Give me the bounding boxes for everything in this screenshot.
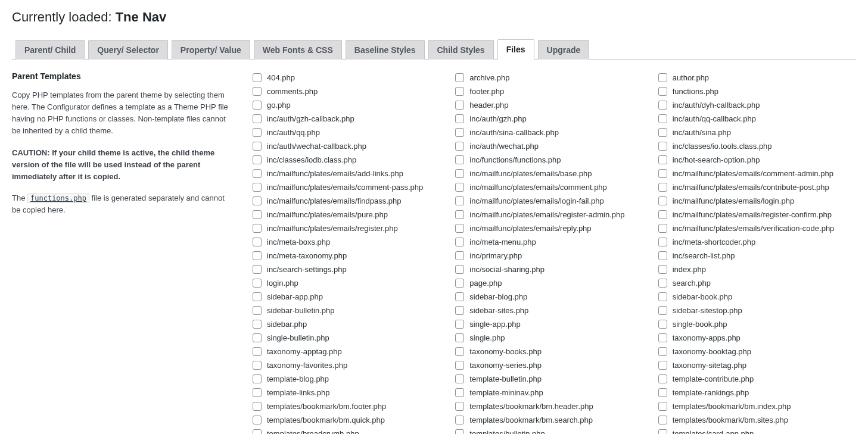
file-checkbox[interactable]	[455, 251, 464, 260]
file-checkbox[interactable]	[658, 279, 667, 288]
file-item[interactable]: taxonomy-series.php	[453, 359, 653, 371]
file-item[interactable]: inc/mailfunc/plates/emails/reply.php	[453, 222, 653, 235]
file-item[interactable]: template-bulletin.php	[453, 373, 653, 385]
file-item[interactable]: inc/auth/sina.php	[656, 126, 856, 139]
file-checkbox[interactable]	[253, 416, 262, 424]
file-checkbox[interactable]	[658, 210, 667, 219]
file-item[interactable]: templates/bookmark/bm.index.php	[656, 400, 856, 413]
file-item[interactable]: author.php	[656, 71, 856, 84]
file-item[interactable]: inc/mailfunc/plates/emails/add-links.php	[250, 167, 450, 180]
file-checkbox[interactable]	[455, 374, 464, 383]
file-checkbox[interactable]	[658, 87, 667, 96]
file-checkbox[interactable]	[455, 306, 464, 315]
file-checkbox[interactable]	[455, 416, 464, 424]
file-item[interactable]: footer.php	[453, 85, 653, 98]
file-checkbox[interactable]	[658, 347, 667, 356]
file-item[interactable]: inc/meta-menu.php	[453, 236, 653, 248]
file-item[interactable]: taxonomy-sitetag.php	[656, 359, 856, 371]
file-checkbox[interactable]	[253, 402, 262, 411]
file-item[interactable]: inc/social-sharing.php	[453, 263, 653, 276]
file-checkbox[interactable]	[253, 388, 262, 397]
file-checkbox[interactable]	[455, 320, 464, 329]
file-item[interactable]: inc/mailfunc/plates/emails/comment.php	[453, 181, 653, 193]
file-checkbox[interactable]	[658, 388, 667, 397]
file-item[interactable]: inc/mailfunc/plates/emails/comment-pass.…	[250, 181, 450, 193]
file-checkbox[interactable]	[455, 402, 464, 411]
file-item[interactable]: sidebar-bulletin.php	[250, 304, 450, 317]
file-item[interactable]: comments.php	[250, 85, 450, 98]
file-item[interactable]: inc/auth/qq.php	[250, 126, 450, 139]
file-item[interactable]: sidebar.php	[250, 318, 450, 330]
file-item[interactable]: inc/functions/functions.php	[453, 154, 653, 166]
file-item[interactable]: single-bulletin.php	[250, 332, 450, 344]
file-checkbox[interactable]	[455, 101, 464, 110]
file-item[interactable]: inc/classes/iodb.class.php	[250, 154, 450, 166]
file-checkbox[interactable]	[253, 306, 262, 315]
file-item[interactable]: inc/meta-shortcoder.php	[656, 236, 856, 248]
tab-upgrade[interactable]: Upgrade	[538, 40, 590, 60]
file-checkbox[interactable]	[253, 142, 262, 151]
tab-baseline-styles[interactable]: Baseline Styles	[346, 40, 425, 60]
file-item[interactable]: inc/auth/sina-callback.php	[453, 126, 653, 139]
file-checkbox[interactable]	[455, 128, 464, 137]
file-item[interactable]: template-mininav.php	[453, 386, 653, 399]
file-item[interactable]: inc/mailfunc/plates/emails/pure.php	[250, 208, 450, 221]
file-checkbox[interactable]	[455, 169, 464, 178]
file-checkbox[interactable]	[253, 128, 262, 137]
file-item[interactable]: inc/mailfunc/plates/emails/register.php	[250, 222, 450, 235]
file-checkbox[interactable]	[455, 224, 464, 233]
file-checkbox[interactable]	[455, 279, 464, 288]
file-item[interactable]: inc/mailfunc/plates/emails/base.php	[453, 167, 653, 180]
file-checkbox[interactable]	[253, 224, 262, 233]
file-checkbox[interactable]	[455, 87, 464, 96]
file-item[interactable]: inc/mailfunc/plates/emails/findpass.php	[250, 195, 450, 207]
tab-child-styles[interactable]: Child Styles	[428, 40, 494, 60]
tab-property-value[interactable]: Property/ Value	[172, 40, 250, 60]
file-item[interactable]: templates/breadcrumb.php	[250, 427, 450, 434]
file-checkbox[interactable]	[253, 73, 262, 82]
tab-query-selector[interactable]: Query/ Selector	[88, 40, 168, 60]
file-item[interactable]: sidebar-book.php	[656, 291, 856, 303]
file-item[interactable]: templates/card-app.php	[656, 427, 856, 434]
file-item[interactable]: inc/primary.php	[453, 249, 653, 262]
file-item[interactable]: header.php	[453, 99, 653, 111]
file-checkbox[interactable]	[658, 224, 667, 233]
file-checkbox[interactable]	[658, 183, 667, 192]
file-item[interactable]: inc/auth/wechat-callback.php	[250, 140, 450, 152]
file-checkbox[interactable]	[455, 361, 464, 370]
file-checkbox[interactable]	[658, 416, 667, 424]
file-checkbox[interactable]	[658, 155, 667, 164]
file-checkbox[interactable]	[253, 292, 262, 301]
file-checkbox[interactable]	[658, 73, 667, 82]
file-item[interactable]: single.php	[453, 332, 653, 344]
file-item[interactable]: 404.php	[250, 71, 450, 84]
file-item[interactable]: inc/auth/gzh-callback.php	[250, 113, 450, 125]
file-checkbox[interactable]	[253, 101, 262, 110]
file-item[interactable]: archive.php	[453, 71, 653, 84]
file-item[interactable]: sidebar-sites.php	[453, 304, 653, 317]
file-checkbox[interactable]	[658, 251, 667, 260]
file-checkbox[interactable]	[455, 333, 464, 342]
file-item[interactable]: inc/mailfunc/plates/emails/register-conf…	[656, 208, 856, 221]
file-checkbox[interactable]	[253, 333, 262, 342]
file-item[interactable]: taxonomy-books.php	[453, 345, 653, 358]
file-checkbox[interactable]	[253, 347, 262, 356]
file-checkbox[interactable]	[455, 210, 464, 219]
file-item[interactable]: inc/search-settings.php	[250, 263, 450, 276]
file-item[interactable]: templates/bookmark/bm.sites.php	[656, 414, 856, 426]
file-item[interactable]: inc/mailfunc/plates/emails/verification-…	[656, 222, 856, 235]
file-checkbox[interactable]	[253, 238, 262, 246]
file-checkbox[interactable]	[455, 388, 464, 397]
file-checkbox[interactable]	[253, 87, 262, 96]
file-item[interactable]: templates/bookmark/bm.quick.php	[250, 414, 450, 426]
file-checkbox[interactable]	[455, 196, 464, 205]
file-item[interactable]: template-blog.php	[250, 373, 450, 385]
file-item[interactable]: inc/auth/wechat.php	[453, 140, 653, 152]
tab-web-fonts-css[interactable]: Web Fonts & CSS	[254, 40, 342, 60]
file-checkbox[interactable]	[253, 279, 262, 288]
file-checkbox[interactable]	[658, 196, 667, 205]
file-item[interactable]: template-contribute.php	[656, 373, 856, 385]
file-item[interactable]: inc/hot-search-option.php	[656, 154, 856, 166]
file-checkbox[interactable]	[658, 142, 667, 151]
file-item[interactable]: templates/bookmark/bm.header.php	[453, 400, 653, 413]
